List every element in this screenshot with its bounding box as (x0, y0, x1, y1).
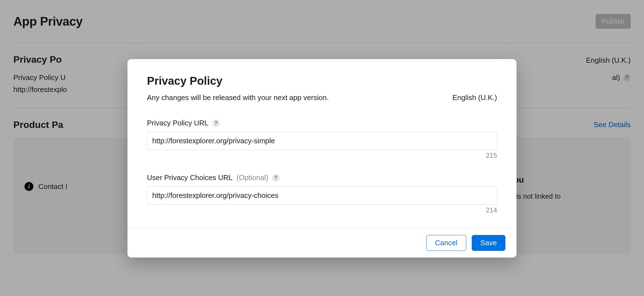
privacy-url-char-count: 215 (147, 152, 497, 159)
privacy-policy-modal: Privacy Policy Any changes will be relea… (127, 59, 517, 258)
modal-subtitle: Any changes will be released with your n… (147, 93, 329, 102)
save-button[interactable]: Save (472, 235, 505, 251)
privacy-policy-url-input[interactable] (147, 132, 497, 150)
modal-language[interactable]: English (U.K.) (453, 93, 497, 102)
choices-url-char-count: 214 (147, 206, 497, 214)
privacy-policy-url-label: Privacy Policy URL (147, 119, 208, 127)
modal-title: Privacy Policy (147, 75, 329, 87)
privacy-choices-url-input[interactable] (147, 186, 497, 205)
modal-overlay: Privacy Policy Any changes will be relea… (0, 0, 644, 296)
help-icon[interactable]: ? (272, 174, 279, 181)
cancel-button[interactable]: Cancel (426, 235, 466, 251)
privacy-choices-url-label: User Privacy Choices URL (147, 173, 233, 182)
optional-tag: (Optional) (237, 173, 268, 182)
help-icon[interactable]: ? (212, 120, 220, 127)
